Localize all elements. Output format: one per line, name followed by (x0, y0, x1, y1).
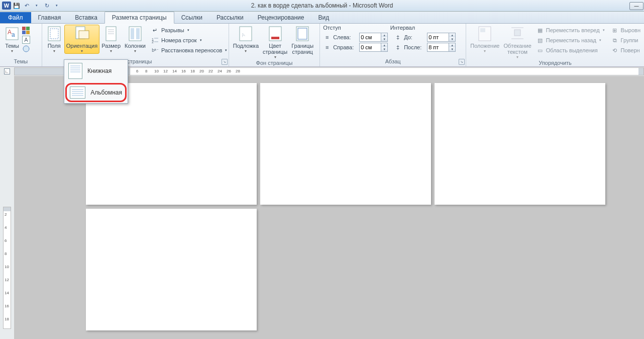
vruler-mark: 18 (5, 317, 9, 321)
tab-references[interactable]: Ссылки (174, 12, 209, 23)
orientation-portrait-item[interactable]: Книжная (64, 60, 128, 82)
landscape-label: Альбомная (90, 89, 122, 96)
spin-up-icon[interactable]: ▲ (381, 33, 387, 37)
line-numbers-button[interactable]: 12Номера строк▾ (150, 36, 229, 45)
spin-up-icon[interactable]: ▲ (449, 33, 455, 37)
hyphenation-icon: bª⁻ (151, 46, 159, 54)
group-objects-label: Группи (621, 37, 638, 43)
ruler-mark: 6 (136, 69, 138, 73)
indent-right-label: Справа: (333, 44, 357, 50)
redo-icon[interactable]: ↻ (42, 1, 51, 10)
theme-fonts-icon[interactable]: A (22, 36, 30, 44)
align-button[interactable]: ⊞Выровн (609, 26, 642, 35)
watermark-button[interactable]: A Подложка ▾ (231, 25, 261, 54)
rotate-icon: ⟲ (611, 46, 619, 54)
theme-effects-icon[interactable] (22, 45, 30, 53)
breaks-icon: ↵ (151, 26, 159, 34)
themes-label: Темы (5, 43, 19, 49)
wrap-text-button[interactable]: Обтекание текстом ▾ (501, 25, 533, 60)
spin-down-icon[interactable]: ▼ (449, 47, 455, 51)
tab-view[interactable]: Вид (311, 12, 336, 23)
vruler-mark: 4 (5, 225, 7, 230)
spacing-title: Интервал (390, 25, 415, 31)
orientation-icon (74, 26, 90, 42)
group-button[interactable]: ⧉Группи (609, 36, 642, 45)
tab-mailings[interactable]: Рассылки (209, 12, 251, 23)
page-borders-button[interactable]: Границы страниц (289, 25, 315, 56)
page-thumbnail[interactable] (435, 83, 605, 205)
group-page-background: A Подложка ▾ Цвет страницы ▾ Границы стр… (229, 24, 320, 66)
vruler-mark: 8 (5, 251, 7, 256)
vruler-mark: 12 (5, 278, 9, 282)
svg-rect-5 (22, 31, 26, 34)
chevron-down-icon: ▾ (110, 50, 112, 53)
group-paragraph: Отступ Интервал ≡ Слева: ▲▼ ≡ Справа: ▲▼ (320, 24, 466, 66)
selection-pane-button[interactable]: ▭Область выделения (534, 46, 606, 55)
indent-title: Отступ (323, 25, 341, 31)
dropdown-icon[interactable]: ▾ (32, 1, 41, 10)
page-borders-label: Границы страниц (291, 43, 313, 55)
breaks-button[interactable]: ↵Разрывы▾ (150, 26, 229, 35)
orientation-landscape-item[interactable]: Альбомная (65, 83, 127, 102)
ruler-mark: 24 (218, 69, 222, 73)
tab-home[interactable]: Главная (31, 12, 68, 23)
indent-left-label: Слева: (333, 34, 357, 40)
tab-selector[interactable]: ∟ (0, 68, 14, 74)
ruler-mark: 20 (199, 69, 204, 73)
page-thumbnail[interactable] (86, 209, 257, 330)
bring-forward-button[interactable]: ▦Переместить вперед▾ (534, 26, 606, 35)
ruler-mark: 8 (145, 69, 147, 73)
spacing-before-input[interactable]: ▲▼ (427, 33, 456, 42)
spin-down-icon[interactable]: ▼ (381, 47, 387, 51)
dialog-launcher-icon[interactable]: ↘ (459, 59, 465, 65)
tab-file[interactable]: Файл (0, 12, 31, 23)
columns-button[interactable]: Колонки ▾ (123, 25, 148, 54)
ruler-mark: 14 (172, 69, 177, 73)
ruler-mark: 28 (236, 69, 240, 73)
hyphenation-button[interactable]: bª⁻Расстановка переносов▾ (150, 46, 229, 55)
group-icon: ⧉ (611, 36, 619, 44)
save-icon[interactable]: 💾 (12, 1, 21, 10)
minimize-button[interactable]: — (629, 2, 643, 10)
size-button[interactable]: Размер ▾ (99, 25, 123, 54)
indent-right-input[interactable]: ▲▼ (359, 43, 388, 52)
columns-label: Колонки (125, 43, 146, 49)
spacing-before-row: ‡ До: ▲▼ (394, 33, 456, 42)
spacing-after-input[interactable]: ▲▼ (427, 43, 456, 52)
document-area[interactable] (14, 76, 644, 339)
spin-up-icon[interactable]: ▲ (449, 43, 455, 47)
svg-rect-30 (480, 28, 485, 32)
spin-up-icon[interactable]: ▲ (381, 43, 387, 47)
margins-button[interactable]: Поля ▾ (44, 25, 64, 54)
themes-button[interactable]: Aa Темы ▾ (2, 25, 22, 54)
portrait-label: Книжная (87, 67, 112, 74)
tab-insert[interactable]: Вставка (68, 12, 104, 23)
orientation-button[interactable]: Ориентация ▾ (64, 25, 99, 54)
indent-left-row: ≡ Слева: ▲▼ (323, 33, 388, 42)
page-color-icon (267, 26, 283, 42)
spin-down-icon[interactable]: ▼ (449, 37, 455, 41)
theme-colors-icon[interactable] (22, 27, 30, 35)
rotate-button[interactable]: ⟲Поверн (609, 46, 642, 55)
qat-customize-icon[interactable]: ▾ (52, 1, 61, 10)
spin-down-icon[interactable]: ▼ (381, 37, 387, 41)
quick-access-toolbar: W 💾 ↶ ▾ ↻ ▾ (0, 1, 61, 10)
indent-right-row: ≡ Справа: ▲▼ (323, 43, 388, 52)
page-thumbnail[interactable] (260, 83, 431, 205)
word-logo-icon[interactable]: W (2, 2, 11, 10)
vertical-ruler[interactable]: 24681012141618 (3, 207, 11, 329)
page-color-button[interactable]: Цвет страницы ▾ (261, 25, 289, 60)
align-label: Выровн (621, 27, 640, 33)
indent-right-icon: ≡ (323, 43, 331, 51)
tab-page-layout[interactable]: Разметка страницы (104, 12, 174, 24)
chevron-down-icon: ▾ (484, 50, 486, 53)
send-backward-button[interactable]: ▧Переместить назад▾ (534, 36, 606, 45)
position-button[interactable]: Положение ▾ (468, 25, 501, 54)
undo-icon[interactable]: ↶ (22, 1, 31, 10)
indent-left-input[interactable]: ▲▼ (359, 33, 388, 42)
tab-review[interactable]: Рецензирование (251, 12, 311, 23)
svg-point-7 (23, 46, 29, 52)
group-label-page-bg: Фон страницы (229, 60, 319, 66)
ribbon-tabs: Файл Главная Вставка Разметка страницы С… (0, 12, 644, 24)
dialog-launcher-icon[interactable]: ↘ (222, 59, 228, 65)
